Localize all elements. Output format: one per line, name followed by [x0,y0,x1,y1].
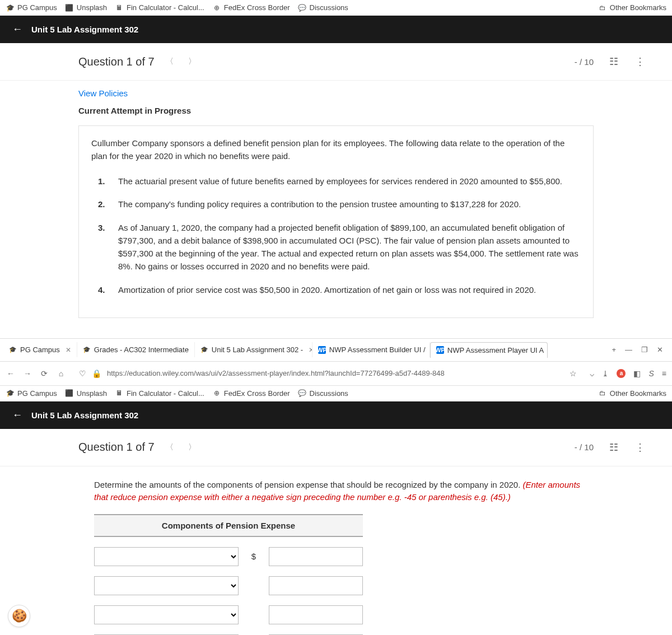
browser-toolbar: ← → ⟳ ⌂ ♡ 🔒 https://education.wiley.com/… [0,362,672,386]
question-intro: Cullumber Company sponsors a defined ben… [91,137,581,162]
question-label: Question 1 of 7 [78,441,155,454]
calculator-icon: 🖩 [115,3,124,12]
tab-unit5[interactable]: 🎓Unit 5 Lab Assignment 302 -✕ [195,342,312,357]
extension-icon[interactable]: ◧ [633,369,641,378]
reload-icon[interactable]: ⟳ [39,369,49,378]
bookmark-label: Fin Calculator - Calcul... [127,389,204,398]
unsplash-icon: ⬛ [65,3,74,12]
prev-question-icon[interactable]: 〈 [162,440,177,455]
back-arrow-icon[interactable]: ← [12,24,22,35]
amount-input[interactable] [269,547,363,566]
bookmark-pg-campus[interactable]: 🎓PG Campus [6,3,57,12]
item-number: 1. [98,175,108,188]
item-number: 4. [98,283,108,296]
tab-pg-campus[interactable]: 🎓PG Campus✕ [3,342,77,357]
question-body: Cullumber Company sponsors a defined ben… [78,125,594,318]
tab-nwp-player[interactable]: WPNWP Assessment Player UI A✕ [430,342,548,358]
score-display: - / 10 [575,442,594,452]
list-icon[interactable]: ☷ [605,439,623,456]
bookmark-fin-calc[interactable]: 🖩Fin Calculator - Calcul... [115,389,204,398]
question-part-2: Determine the amounts of the components … [0,466,672,635]
component-select[interactable] [94,547,239,566]
question-header: Question 1 of 7 〈 〉 - / 10 ☷ ⋮ [0,43,672,81]
minimize-icon[interactable]: — [625,345,632,354]
bookmarks-bar-bottom: 🎓PG Campus ⬛Unsplash 🖩Fin Calculator - C… [0,386,672,401]
bookmark-unsplash[interactable]: ⬛Unsplash [65,3,107,12]
globe-icon: ⊕ [212,389,221,398]
globe-icon: 🎓 [200,346,208,354]
tab-nwp-builder[interactable]: WPNWP Assessment Builder UI /✕ [312,342,430,357]
prev-question-icon[interactable]: 〈 [162,54,177,69]
bookmark-unsplash[interactable]: ⬛Unsplash [65,389,107,398]
item-number: 2. [98,198,108,211]
view-policies-link[interactable]: View Policies [78,81,594,102]
item-text: Amortization of prior service cost was $… [118,283,536,296]
tab-grades[interactable]: 🎓Grades - AC302 Intermediate✕ [77,342,195,357]
globe-icon: ⊕ [212,3,221,12]
bookmark-label: FedEx Cross Border [224,3,290,12]
list-icon[interactable]: ☷ [605,53,623,70]
nav-forward-icon[interactable]: → [22,369,32,378]
other-bookmarks[interactable]: 🗀Other Bookmarks [598,3,666,12]
wp-icon: WP [318,346,326,354]
close-icon[interactable]: ✕ [66,346,71,354]
tab-label: Unit 5 Lab Assignment 302 - [212,345,303,354]
restore-icon[interactable]: ❐ [641,345,648,354]
pocket-icon[interactable]: ⌵ [590,369,594,378]
item-text: The actuarial present value of future be… [118,175,562,188]
assignment-header: ← Unit 5 Lab Assignment 302 [0,16,672,43]
unsplash-icon: ⬛ [65,389,74,398]
close-icon[interactable]: ✕ [309,346,312,354]
download-icon[interactable]: ⤓ [602,369,609,378]
more-icon[interactable]: ⋮ [631,53,650,70]
item-text: As of January 1, 2020, the company had a… [118,221,581,273]
extension-a-icon[interactable]: a [617,369,626,378]
question-header: Question 1 of 7 〈 〉 - / 10 ☷ ⋮ [0,429,672,466]
home-icon[interactable]: ⌂ [56,369,66,378]
bookmark-label: PG Campus [17,3,57,12]
dollar-sign [250,610,258,619]
more-icon[interactable]: ⋮ [631,439,650,456]
component-select[interactable] [94,576,239,595]
bookmark-label: Other Bookmarks [610,3,666,12]
next-question-icon[interactable]: 〉 [185,440,199,455]
other-bookmarks[interactable]: 🗀Other Bookmarks [598,389,666,398]
bookmark-fin-calc[interactable]: 🖩Fin Calculator - Calcul... [115,3,204,12]
bookmark-label: Discussions [310,3,348,12]
bookmark-label: PG Campus [17,389,57,398]
question-content: View Policies Current Attempt in Progres… [0,81,672,338]
amount-input[interactable] [269,576,363,595]
bookmark-discussions[interactable]: 💬Discussions [298,3,348,12]
bookmark-fedex[interactable]: ⊕FedEx Cross Border [212,389,290,398]
component-select[interactable] [94,605,239,624]
tab-label: Grades - AC302 Intermediate [94,345,189,354]
globe-icon: 🎓 [9,346,17,354]
lock-icon: 🔒 [92,369,101,378]
close-window-icon[interactable]: ✕ [657,345,663,354]
url-text: https://education.wiley.com/was/ui/v2/as… [107,369,445,377]
bookmarks-bar-top: 🎓PG Campus ⬛Unsplash 🖩Fin Calculator - C… [0,0,672,16]
cookie-icon: 🍪 [12,609,27,623]
bookmark-discussions[interactable]: 💬Discussions [298,389,348,398]
bookmark-star-icon[interactable]: ☆ [570,369,577,378]
extension-s-icon[interactable]: S [648,369,654,378]
bookmark-label: Unsplash [77,389,107,398]
bookmark-pg-campus[interactable]: 🎓PG Campus [6,389,57,398]
expense-row [94,576,594,595]
chat-icon: 💬 [298,3,307,12]
next-question-icon[interactable]: 〉 [185,54,199,69]
instruction-text: Determine the amounts of the components … [94,466,594,514]
bookmark-fedex[interactable]: ⊕FedEx Cross Border [212,3,290,12]
menu-icon[interactable]: ≡ [662,369,666,378]
address-bar[interactable]: ♡ 🔒 https://education.wiley.com/was/ui/v… [73,366,583,381]
globe-icon: 🎓 [6,389,15,398]
amount-input[interactable] [269,605,363,624]
bookmark-label: FedEx Cross Border [224,389,290,398]
new-tab-icon[interactable]: + [612,345,616,354]
question-label: Question 1 of 7 [78,55,155,68]
back-arrow-icon[interactable]: ← [12,409,22,421]
browser-tabs: 🎓PG Campus✕ 🎓Grades - AC302 Intermediate… [0,338,672,362]
nav-back-icon[interactable]: ← [6,369,16,378]
tab-label: NWP Assessment Builder UI / [329,345,426,354]
cookie-settings-button[interactable]: 🍪 [8,605,30,627]
